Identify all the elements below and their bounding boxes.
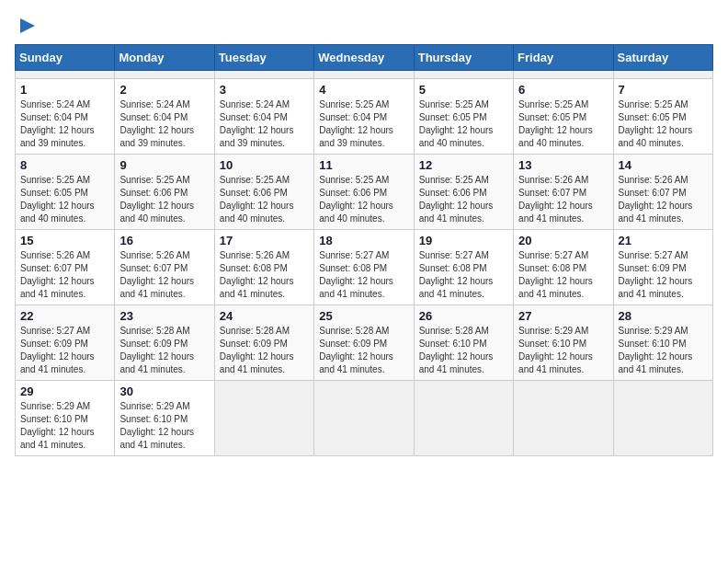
calendar-table: SundayMondayTuesdayWednesdayThursdayFrid… (15, 44, 713, 456)
calendar-cell (115, 71, 214, 79)
day-detail: Sunrise: 5:26 AMSunset: 6:07 PMDaylight:… (518, 174, 608, 225)
calendar-week-0 (16, 71, 713, 79)
calendar-cell: 18Sunrise: 5:27 AMSunset: 6:08 PMDayligh… (314, 230, 414, 305)
day-detail: Sunrise: 5:29 AMSunset: 6:10 PMDaylight:… (619, 325, 708, 376)
column-header-monday: Monday (115, 45, 214, 71)
day-number: 22 (20, 309, 109, 323)
day-number: 25 (319, 309, 408, 323)
calendar-week-1: 1Sunrise: 5:24 AMSunset: 6:04 PMDaylight… (16, 79, 713, 155)
calendar-cell (613, 381, 712, 456)
calendar-cell: 17Sunrise: 5:26 AMSunset: 6:08 PMDayligh… (214, 230, 313, 305)
calendar-cell: 9Sunrise: 5:25 AMSunset: 6:06 PMDaylight… (115, 155, 214, 230)
calendar-cell: 20Sunrise: 5:27 AMSunset: 6:08 PMDayligh… (514, 230, 613, 305)
calendar-cell: 2Sunrise: 5:24 AMSunset: 6:04 PMDaylight… (115, 79, 214, 155)
calendar-week-4: 22Sunrise: 5:27 AMSunset: 6:09 PMDayligh… (16, 305, 713, 381)
calendar-cell (314, 381, 414, 456)
day-detail: Sunrise: 5:27 AMSunset: 6:09 PMDaylight:… (619, 249, 708, 301)
day-number: 16 (119, 234, 209, 247)
day-detail: Sunrise: 5:26 AMSunset: 6:08 PMDaylight:… (220, 249, 309, 301)
calendar-cell (214, 71, 313, 79)
calendar-cell (414, 71, 513, 79)
day-number: 12 (419, 158, 508, 172)
day-detail: Sunrise: 5:25 AMSunset: 6:06 PMDaylight:… (319, 174, 408, 225)
calendar-cell: 4Sunrise: 5:25 AMSunset: 6:04 PMDaylight… (314, 79, 414, 155)
day-number: 4 (319, 83, 408, 97)
day-number: 1 (20, 83, 109, 97)
calendar-cell: 14Sunrise: 5:26 AMSunset: 6:07 PMDayligh… (613, 155, 712, 230)
calendar-cell (514, 381, 613, 456)
day-number: 11 (319, 158, 408, 172)
calendar-cell: 7Sunrise: 5:25 AMSunset: 6:05 PMDaylight… (613, 79, 712, 155)
calendar-week-3: 15Sunrise: 5:26 AMSunset: 6:07 PMDayligh… (16, 230, 713, 305)
header-row: SundayMondayTuesdayWednesdayThursdayFrid… (16, 45, 713, 71)
calendar-cell (214, 381, 313, 456)
day-detail: Sunrise: 5:29 AMSunset: 6:10 PMDaylight:… (119, 400, 209, 452)
day-detail: Sunrise: 5:29 AMSunset: 6:10 PMDaylight:… (518, 325, 608, 376)
calendar-cell: 5Sunrise: 5:25 AMSunset: 6:05 PMDaylight… (414, 79, 513, 155)
day-number: 29 (20, 385, 109, 398)
day-detail: Sunrise: 5:27 AMSunset: 6:08 PMDaylight:… (319, 249, 408, 301)
day-detail: Sunrise: 5:24 AMSunset: 6:04 PMDaylight:… (220, 98, 309, 150)
day-number: 21 (619, 234, 708, 247)
day-detail: Sunrise: 5:27 AMSunset: 6:08 PMDaylight:… (518, 249, 608, 301)
day-number: 19 (419, 234, 508, 247)
day-detail: Sunrise: 5:27 AMSunset: 6:09 PMDaylight:… (20, 325, 109, 376)
logo-line1 (15, 15, 39, 37)
day-detail: Sunrise: 5:25 AMSunset: 6:06 PMDaylight:… (119, 174, 209, 225)
day-number: 8 (20, 158, 109, 172)
calendar-cell: 19Sunrise: 5:27 AMSunset: 6:08 PMDayligh… (414, 230, 513, 305)
day-number: 17 (220, 234, 309, 247)
calendar-cell: 16Sunrise: 5:26 AMSunset: 6:07 PMDayligh… (115, 230, 214, 305)
calendar-cell: 6Sunrise: 5:25 AMSunset: 6:05 PMDaylight… (514, 79, 613, 155)
calendar-cell: 24Sunrise: 5:28 AMSunset: 6:09 PMDayligh… (214, 305, 313, 381)
calendar-week-2: 8Sunrise: 5:25 AMSunset: 6:05 PMDaylight… (16, 155, 713, 230)
logo (15, 15, 39, 37)
calendar-cell: 22Sunrise: 5:27 AMSunset: 6:09 PMDayligh… (16, 305, 115, 381)
day-detail: Sunrise: 5:26 AMSunset: 6:07 PMDaylight:… (20, 249, 109, 301)
day-number: 2 (119, 83, 209, 97)
day-number: 30 (119, 385, 209, 398)
day-detail: Sunrise: 5:25 AMSunset: 6:06 PMDaylight:… (419, 174, 508, 225)
day-number: 7 (619, 83, 708, 97)
column-header-saturday: Saturday (613, 45, 712, 71)
calendar-cell: 8Sunrise: 5:25 AMSunset: 6:05 PMDaylight… (16, 155, 115, 230)
calendar-cell (314, 71, 414, 79)
day-number: 24 (220, 309, 309, 323)
calendar-cell (514, 71, 613, 79)
calendar-cell: 13Sunrise: 5:26 AMSunset: 6:07 PMDayligh… (514, 155, 613, 230)
day-detail: Sunrise: 5:28 AMSunset: 6:09 PMDaylight:… (220, 325, 309, 376)
day-number: 6 (518, 83, 608, 97)
calendar-cell (613, 71, 712, 79)
day-detail: Sunrise: 5:26 AMSunset: 6:07 PMDaylight:… (619, 174, 708, 225)
day-detail: Sunrise: 5:26 AMSunset: 6:07 PMDaylight:… (119, 249, 209, 301)
calendar-cell: 29Sunrise: 5:29 AMSunset: 6:10 PMDayligh… (16, 381, 115, 456)
day-detail: Sunrise: 5:25 AMSunset: 6:06 PMDaylight:… (220, 174, 309, 225)
calendar-cell: 25Sunrise: 5:28 AMSunset: 6:09 PMDayligh… (314, 305, 414, 381)
day-number: 5 (419, 83, 508, 97)
day-detail: Sunrise: 5:25 AMSunset: 6:05 PMDaylight:… (20, 174, 109, 225)
calendar-cell: 28Sunrise: 5:29 AMSunset: 6:10 PMDayligh… (613, 305, 712, 381)
calendar-cell: 23Sunrise: 5:28 AMSunset: 6:09 PMDayligh… (115, 305, 214, 381)
day-detail: Sunrise: 5:25 AMSunset: 6:05 PMDaylight:… (419, 98, 508, 150)
header (15, 15, 713, 37)
day-number: 13 (518, 158, 608, 172)
day-detail: Sunrise: 5:28 AMSunset: 6:09 PMDaylight:… (319, 325, 408, 376)
calendar-cell: 1Sunrise: 5:24 AMSunset: 6:04 PMDaylight… (16, 79, 115, 155)
calendar-cell: 3Sunrise: 5:24 AMSunset: 6:04 PMDaylight… (214, 79, 313, 155)
calendar-cell: 15Sunrise: 5:26 AMSunset: 6:07 PMDayligh… (16, 230, 115, 305)
svg-marker-0 (20, 18, 35, 33)
calendar-cell: 26Sunrise: 5:28 AMSunset: 6:10 PMDayligh… (414, 305, 513, 381)
day-number: 9 (119, 158, 209, 172)
day-number: 18 (319, 234, 408, 247)
column-header-thursday: Thursday (414, 45, 513, 71)
calendar-cell: 30Sunrise: 5:29 AMSunset: 6:10 PMDayligh… (115, 381, 214, 456)
day-number: 14 (619, 158, 708, 172)
calendar-cell: 10Sunrise: 5:25 AMSunset: 6:06 PMDayligh… (214, 155, 313, 230)
day-number: 20 (518, 234, 608, 247)
column-header-tuesday: Tuesday (214, 45, 313, 71)
day-number: 3 (220, 83, 309, 97)
calendar-week-5: 29Sunrise: 5:29 AMSunset: 6:10 PMDayligh… (16, 381, 713, 456)
calendar-cell: 12Sunrise: 5:25 AMSunset: 6:06 PMDayligh… (414, 155, 513, 230)
column-header-sunday: Sunday (16, 45, 115, 71)
day-number: 23 (119, 309, 209, 323)
